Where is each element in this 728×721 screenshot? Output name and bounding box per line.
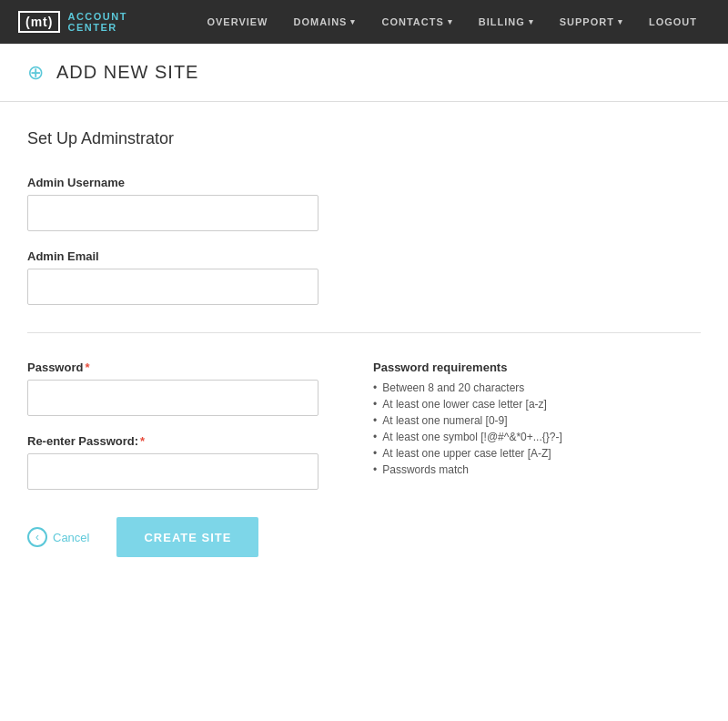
logout-button[interactable]: LOGOUT bbox=[636, 0, 710, 44]
password-group: Password* bbox=[27, 360, 318, 416]
page-title: ADD NEW SITE bbox=[56, 62, 198, 83]
email-group: Admin Email bbox=[27, 249, 701, 305]
chevron-down-icon: ▾ bbox=[448, 17, 453, 26]
form-actions: ‹ Cancel CREATE SITE bbox=[27, 517, 318, 557]
chevron-down-icon: ▾ bbox=[529, 17, 534, 26]
password-section: Password* Re-enter Password:* ‹ Cancel bbox=[27, 360, 701, 557]
username-label: Admin Username bbox=[27, 176, 701, 189]
add-icon: ⊕ bbox=[27, 63, 44, 83]
divider bbox=[27, 332, 701, 333]
form-container: Set Up Adminstrator Admin Username Admin… bbox=[0, 102, 728, 594]
cancel-button[interactable]: ‹ Cancel bbox=[27, 527, 89, 547]
page-header: ⊕ ADD NEW SITE bbox=[0, 44, 728, 102]
brand-logo: (mt) bbox=[18, 11, 60, 33]
nav-menu: OVERVIEW DOMAINS ▾ CONTACTS ▾ BILLING ▾ … bbox=[194, 0, 710, 44]
reenter-password-input[interactable] bbox=[27, 453, 318, 490]
req-item: At least one lower case letter [a-z] bbox=[373, 398, 701, 411]
chevron-down-icon: ▾ bbox=[618, 17, 623, 26]
email-input[interactable] bbox=[27, 269, 318, 305]
req-item: At least one upper case letter [A-Z] bbox=[373, 447, 701, 460]
requirements-title: Password requirements bbox=[373, 360, 701, 374]
password-label: Password* bbox=[27, 360, 318, 374]
req-item: At least one numeral [0-9] bbox=[373, 414, 701, 427]
email-label: Admin Email bbox=[27, 249, 701, 263]
username-input[interactable] bbox=[27, 195, 318, 231]
chevron-down-icon: ▾ bbox=[350, 17, 356, 26]
password-requirements: Password requirements Between 8 and 20 c… bbox=[373, 360, 701, 480]
brand: (mt) ACCOUNT CENTER bbox=[18, 11, 172, 33]
nav-item-domains[interactable]: DOMAINS ▾ bbox=[281, 0, 369, 44]
reenter-password-label: Re-enter Password:* bbox=[27, 434, 318, 448]
password-fields: Password* Re-enter Password:* ‹ Cancel bbox=[27, 360, 318, 557]
requirements-list: Between 8 and 20 characters At least one… bbox=[373, 381, 701, 476]
section-title: Set Up Adminstrator bbox=[27, 129, 701, 148]
nav-item-contacts[interactable]: CONTACTS ▾ bbox=[369, 0, 465, 44]
nav-item-billing[interactable]: BILLING ▾ bbox=[466, 0, 547, 44]
navbar: (mt) ACCOUNT CENTER OVERVIEW DOMAINS ▾ C… bbox=[0, 0, 728, 44]
req-item: Between 8 and 20 characters bbox=[373, 381, 701, 394]
create-site-button[interactable]: CREATE SITE bbox=[116, 517, 258, 557]
nav-item-overview[interactable]: OVERVIEW bbox=[194, 0, 280, 44]
password-input[interactable] bbox=[27, 380, 318, 416]
req-item: At least one symbol [!@#^&*0+...{}?-] bbox=[373, 431, 701, 443]
reenter-password-group: Re-enter Password:* bbox=[27, 434, 318, 490]
username-group: Admin Username bbox=[27, 176, 701, 231]
main-content: ⊕ ADD NEW SITE Set Up Adminstrator Admin… bbox=[0, 44, 728, 721]
req-item: Passwords match bbox=[373, 463, 701, 476]
back-icon: ‹ bbox=[27, 527, 47, 547]
brand-title: ACCOUNT CENTER bbox=[67, 11, 172, 33]
nav-item-support[interactable]: SUPPORT ▾ bbox=[547, 0, 636, 44]
